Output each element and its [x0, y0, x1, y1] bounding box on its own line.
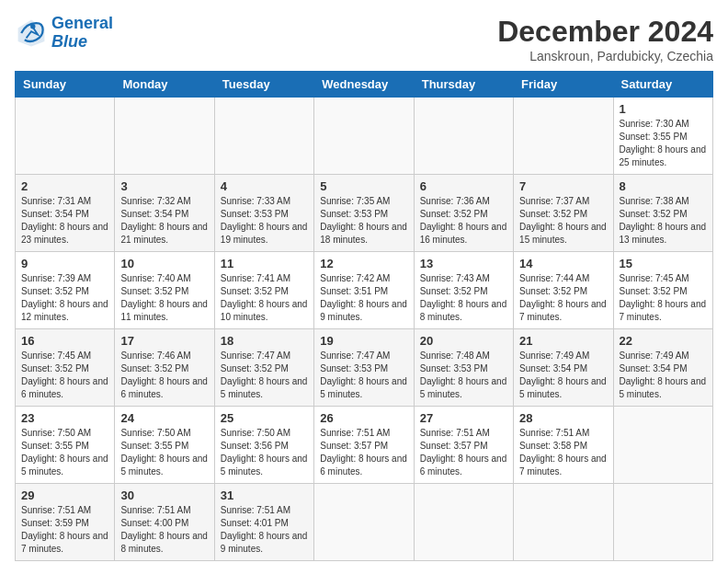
- day-info: Sunrise: 7:47 AM Sunset: 3:53 PM Dayligh…: [320, 350, 407, 401]
- day-info: Sunrise: 7:35 AM Sunset: 3:53 PM Dayligh…: [320, 195, 407, 247]
- page-header: General Blue December 2024 Lanskroun, Pa…: [15, 15, 713, 63]
- day-info: Sunrise: 7:50 AM Sunset: 3:55 PM Dayligh…: [120, 427, 208, 478]
- day-info: Sunrise: 7:30 AM Sunset: 3:55 PM Dayligh…: [620, 118, 707, 169]
- logo-text: General Blue: [51, 15, 113, 52]
- calendar-day-cell: 12 Sunrise: 7:42 AM Sunset: 3:51 PM Dayl…: [314, 252, 414, 329]
- day-number: 5: [320, 179, 407, 193]
- day-info: Sunrise: 7:40 AM Sunset: 3:52 PM Dayligh…: [120, 272, 208, 324]
- calendar-day-cell: 2 Sunrise: 7:31 AM Sunset: 3:54 PM Dayli…: [16, 175, 115, 252]
- calendar-day-cell: [414, 98, 513, 175]
- calendar-day-cell: 11 Sunrise: 7:41 AM Sunset: 3:52 PM Dayl…: [214, 252, 313, 329]
- calendar-day-cell: 17 Sunrise: 7:46 AM Sunset: 3:52 PM Dayl…: [115, 329, 214, 407]
- calendar-day-cell: 16 Sunrise: 7:45 AM Sunset: 3:52 PM Dayl…: [16, 329, 115, 407]
- calendar-header-thursday: Thursday: [414, 72, 513, 98]
- calendar-day-cell: [514, 484, 613, 561]
- day-info: Sunrise: 7:32 AM Sunset: 3:54 PM Dayligh…: [120, 195, 208, 247]
- calendar-day-cell: 23 Sunrise: 7:50 AM Sunset: 3:55 PM Dayl…: [16, 407, 115, 484]
- calendar-day-cell: 13 Sunrise: 7:43 AM Sunset: 3:52 PM Dayl…: [414, 252, 513, 329]
- day-info: Sunrise: 7:41 AM Sunset: 3:52 PM Dayligh…: [221, 272, 308, 324]
- day-number: 4: [221, 179, 308, 193]
- calendar-day-cell: 4 Sunrise: 7:33 AM Sunset: 3:53 PM Dayli…: [214, 175, 313, 252]
- calendar-day-cell: 3 Sunrise: 7:32 AM Sunset: 3:54 PM Dayli…: [115, 175, 214, 252]
- calendar-day-cell: [613, 484, 712, 561]
- day-number: 11: [221, 257, 308, 270]
- day-number: 3: [120, 179, 208, 193]
- calendar-day-cell: [16, 98, 115, 175]
- day-info: Sunrise: 7:49 AM Sunset: 3:54 PM Dayligh…: [620, 350, 707, 401]
- calendar-day-cell: [214, 98, 313, 175]
- day-number: 29: [21, 488, 108, 502]
- day-info: Sunrise: 7:31 AM Sunset: 3:54 PM Dayligh…: [21, 195, 108, 247]
- calendar-day-cell: 8 Sunrise: 7:38 AM Sunset: 3:52 PM Dayli…: [613, 175, 712, 252]
- calendar-day-cell: 6 Sunrise: 7:36 AM Sunset: 3:52 PM Dayli…: [414, 175, 513, 252]
- day-info: Sunrise: 7:49 AM Sunset: 3:54 PM Dayligh…: [519, 350, 607, 401]
- calendar-day-cell: 29 Sunrise: 7:51 AM Sunset: 3:59 PM Dayl…: [16, 484, 115, 561]
- calendar-header-sunday: Sunday: [16, 72, 115, 98]
- day-info: Sunrise: 7:36 AM Sunset: 3:52 PM Dayligh…: [420, 195, 507, 247]
- calendar-week-row: 9 Sunrise: 7:39 AM Sunset: 3:52 PM Dayli…: [16, 252, 713, 329]
- day-info: Sunrise: 7:47 AM Sunset: 3:52 PM Dayligh…: [221, 350, 308, 401]
- calendar-week-row: 29 Sunrise: 7:51 AM Sunset: 3:59 PM Dayl…: [16, 484, 713, 561]
- calendar-day-cell: 15 Sunrise: 7:45 AM Sunset: 3:52 PM Dayl…: [613, 252, 712, 329]
- calendar-day-cell: [314, 98, 414, 175]
- day-number: 28: [519, 411, 607, 425]
- calendar-header-saturday: Saturday: [613, 72, 712, 98]
- day-info: Sunrise: 7:38 AM Sunset: 3:52 PM Dayligh…: [620, 195, 707, 247]
- day-info: Sunrise: 7:45 AM Sunset: 3:52 PM Dayligh…: [620, 272, 707, 324]
- day-info: Sunrise: 7:51 AM Sunset: 3:57 PM Dayligh…: [420, 427, 507, 478]
- calendar-week-row: 2 Sunrise: 7:31 AM Sunset: 3:54 PM Dayli…: [16, 175, 713, 252]
- day-number: 14: [519, 257, 607, 270]
- calendar-day-cell: 20 Sunrise: 7:48 AM Sunset: 3:53 PM Dayl…: [414, 329, 513, 407]
- day-number: 23: [21, 411, 108, 425]
- calendar-day-cell: 21 Sunrise: 7:49 AM Sunset: 3:54 PM Dayl…: [514, 329, 613, 407]
- location: Lanskroun, Pardubicky, Czechia: [497, 49, 713, 63]
- logo: General Blue: [15, 15, 113, 52]
- day-number: 30: [120, 488, 208, 502]
- calendar-day-cell: 25 Sunrise: 7:50 AM Sunset: 3:56 PM Dayl…: [214, 407, 313, 484]
- calendar-week-row: 16 Sunrise: 7:45 AM Sunset: 3:52 PM Dayl…: [16, 329, 713, 407]
- day-number: 21: [519, 334, 607, 348]
- calendar-day-cell: 5 Sunrise: 7:35 AM Sunset: 3:53 PM Dayli…: [314, 175, 414, 252]
- calendar-day-cell: [115, 98, 214, 175]
- day-info: Sunrise: 7:39 AM Sunset: 3:52 PM Dayligh…: [21, 272, 108, 324]
- day-number: 15: [620, 257, 707, 270]
- title-block: December 2024 Lanskroun, Pardubicky, Cze…: [497, 15, 713, 63]
- calendar-day-cell: [514, 98, 613, 175]
- calendar-day-cell: 14 Sunrise: 7:44 AM Sunset: 3:52 PM Dayl…: [514, 252, 613, 329]
- day-number: 25: [221, 411, 308, 425]
- day-info: Sunrise: 7:46 AM Sunset: 3:52 PM Dayligh…: [120, 350, 208, 401]
- calendar-table: SundayMondayTuesdayWednesdayThursdayFrid…: [15, 71, 713, 561]
- calendar-day-cell: 18 Sunrise: 7:47 AM Sunset: 3:52 PM Dayl…: [214, 329, 313, 407]
- day-number: 12: [320, 257, 407, 270]
- day-info: Sunrise: 7:48 AM Sunset: 3:53 PM Dayligh…: [420, 350, 507, 401]
- calendar-day-cell: 1 Sunrise: 7:30 AM Sunset: 3:55 PM Dayli…: [613, 98, 712, 175]
- logo-line2: Blue: [51, 32, 87, 51]
- calendar-day-cell: [613, 407, 712, 484]
- day-number: 27: [420, 411, 507, 425]
- calendar-day-cell: [414, 484, 513, 561]
- day-number: 6: [420, 179, 507, 193]
- day-number: 13: [420, 257, 507, 270]
- calendar-day-cell: 24 Sunrise: 7:50 AM Sunset: 3:55 PM Dayl…: [115, 407, 214, 484]
- day-number: 18: [221, 334, 308, 348]
- calendar-header-row: SundayMondayTuesdayWednesdayThursdayFrid…: [16, 72, 713, 98]
- day-info: Sunrise: 7:51 AM Sunset: 4:01 PM Dayligh…: [221, 504, 308, 556]
- calendar-day-cell: 10 Sunrise: 7:40 AM Sunset: 3:52 PM Dayl…: [115, 252, 214, 329]
- day-info: Sunrise: 7:44 AM Sunset: 3:52 PM Dayligh…: [519, 272, 607, 324]
- day-number: 31: [221, 488, 308, 502]
- svg-point-1: [30, 24, 35, 29]
- calendar-header-wednesday: Wednesday: [314, 72, 414, 98]
- day-info: Sunrise: 7:50 AM Sunset: 3:56 PM Dayligh…: [221, 427, 308, 478]
- day-number: 8: [620, 179, 707, 193]
- calendar-day-cell: 7 Sunrise: 7:37 AM Sunset: 3:52 PM Dayli…: [514, 175, 613, 252]
- day-info: Sunrise: 7:37 AM Sunset: 3:52 PM Dayligh…: [519, 195, 607, 247]
- calendar-day-cell: [314, 484, 414, 561]
- calendar-day-cell: 28 Sunrise: 7:51 AM Sunset: 3:58 PM Dayl…: [514, 407, 613, 484]
- day-info: Sunrise: 7:51 AM Sunset: 3:57 PM Dayligh…: [320, 427, 407, 478]
- day-number: 7: [519, 179, 607, 193]
- logo-line1: General: [51, 14, 113, 32]
- day-number: 10: [120, 257, 208, 270]
- day-info: Sunrise: 7:50 AM Sunset: 3:55 PM Dayligh…: [21, 427, 108, 478]
- logo-icon: [15, 17, 48, 50]
- day-info: Sunrise: 7:51 AM Sunset: 3:58 PM Dayligh…: [519, 427, 607, 478]
